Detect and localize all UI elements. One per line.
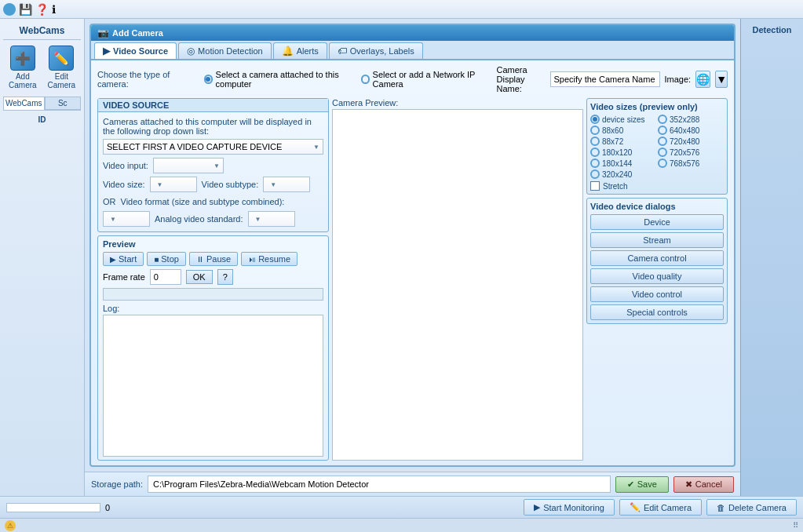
info-toolbar-icon[interactable]: ℹ bbox=[52, 3, 56, 16]
size-radio-768x576[interactable] bbox=[658, 159, 667, 168]
tab-alerts[interactable]: 🔔 Alerts bbox=[273, 42, 327, 59]
frame-rate-input[interactable] bbox=[150, 269, 181, 285]
size-label-720x576: 720x576 bbox=[670, 148, 699, 157]
cancel-button[interactable]: ✖ Cancel bbox=[673, 476, 734, 493]
tab-video-source[interactable]: ▶ Video Source bbox=[94, 42, 177, 59]
local-camera-radio[interactable] bbox=[204, 75, 213, 84]
image-browse-button[interactable]: ▼ bbox=[715, 71, 728, 88]
local-camera-option[interactable]: Select a camera attached to this compute… bbox=[204, 70, 349, 89]
help-toolbar-icon[interactable]: ❓ bbox=[35, 3, 49, 16]
size-option-640[interactable]: 640x480 bbox=[658, 126, 724, 135]
dialog-tabs: ▶ Video Source ◎ Motion Detection 🔔 Aler… bbox=[91, 41, 734, 60]
size-option-320x240[interactable]: 320x240 bbox=[590, 169, 656, 179]
stretch-checkbox[interactable] bbox=[590, 181, 600, 191]
tab-motion-detection[interactable]: ◎ Motion Detection bbox=[178, 42, 272, 59]
video-format-label: Video format (size and subtype combined)… bbox=[121, 197, 285, 206]
video-source-title: VIDEO SOURCE bbox=[98, 99, 328, 112]
size-radio-720x480[interactable] bbox=[658, 137, 667, 146]
edit-camera-footer-button[interactable]: ✏️ Edit Camera bbox=[619, 499, 702, 516]
network-camera-label: Select or add a Network IP Camera bbox=[373, 70, 484, 89]
network-camera-option[interactable]: Select or add a Network IP Camera bbox=[361, 70, 484, 89]
video-format-select[interactable]: ▼ bbox=[103, 211, 150, 227]
analog-standard-select[interactable]: ▼ bbox=[248, 211, 295, 227]
size-option-device[interactable]: device sizes bbox=[590, 115, 656, 124]
stretch-label: Stretch bbox=[603, 182, 628, 191]
frame-help-button[interactable]: ? bbox=[217, 269, 233, 285]
device-select[interactable]: SELECT FIRST A VIDEO CAPTURE DEVICE ▼ bbox=[103, 139, 323, 155]
device-description: Cameras attached to this computer will b… bbox=[103, 117, 323, 136]
size-option-720x480[interactable]: 720x480 bbox=[658, 137, 724, 146]
size-radio-device[interactable] bbox=[590, 115, 600, 124]
size-label-352: 352x288 bbox=[670, 115, 699, 124]
video-control-btn[interactable]: Video control bbox=[590, 286, 724, 302]
size-radio-180x144[interactable] bbox=[590, 159, 600, 168]
alerts-tab-icon: 🔔 bbox=[282, 46, 294, 56]
pause-button[interactable]: ⏸ Pause bbox=[189, 252, 238, 266]
start-button[interactable]: ▶ Start bbox=[103, 252, 144, 266]
frame-ok-button[interactable]: OK bbox=[186, 270, 213, 284]
display-name-input[interactable] bbox=[550, 71, 660, 87]
camera-preview-box bbox=[332, 109, 583, 461]
video-subtype-arrow: ▼ bbox=[270, 181, 276, 188]
tab-overlays[interactable]: 🏷 Overlays, Labels bbox=[329, 42, 423, 59]
size-radio-720x576[interactable] bbox=[658, 148, 667, 157]
footer: 0 ▶ Start Monitoring ✏️ Edit Camera 🗑 De… bbox=[0, 496, 803, 518]
size-option-180x144[interactable]: 180x144 bbox=[590, 159, 656, 168]
network-camera-radio[interactable] bbox=[361, 75, 370, 84]
resize-grip[interactable]: ⠿ bbox=[793, 521, 798, 530]
video-subtype-label: Video subtype: bbox=[202, 180, 259, 189]
size-label-88x72: 88x72 bbox=[602, 137, 623, 146]
camera-type-label: Choose the type of camera: bbox=[97, 70, 185, 89]
resume-button[interactable]: ⏯ Resume bbox=[241, 252, 297, 266]
special-controls-btn[interactable]: Special controls bbox=[590, 304, 724, 320]
start-monitoring-button[interactable]: ▶ Start Monitoring bbox=[524, 499, 615, 516]
video-input-row: Video input: ▼ bbox=[103, 158, 323, 173]
camera-control-btn[interactable]: Camera control bbox=[590, 250, 724, 266]
sidebar-title: WebCams bbox=[3, 22, 81, 40]
video-size-arrow: ▼ bbox=[157, 181, 163, 188]
progress-value: 0 bbox=[105, 503, 110, 512]
size-option-88x60[interactable]: 88x60 bbox=[590, 126, 656, 135]
tab-sc[interactable]: Sc bbox=[45, 97, 82, 110]
size-radio-640[interactable] bbox=[658, 126, 667, 135]
size-radio-88x60[interactable] bbox=[590, 126, 600, 135]
size-option-720x576[interactable]: 720x576 bbox=[658, 148, 724, 157]
size-option-768x576[interactable]: 768x576 bbox=[658, 159, 724, 168]
storage-label: Storage path: bbox=[91, 479, 143, 489]
video-source-group: VIDEO SOURCE Cameras attached to this co… bbox=[97, 98, 329, 232]
size-radio-352[interactable] bbox=[658, 115, 667, 124]
size-option-352[interactable]: 352x288 bbox=[658, 115, 724, 124]
device-btn[interactable]: Device bbox=[590, 214, 724, 230]
size-radio-320x240[interactable] bbox=[590, 169, 600, 179]
left-panel: VIDEO SOURCE Cameras attached to this co… bbox=[97, 98, 329, 461]
tab-webcams[interactable]: WebCams bbox=[3, 97, 45, 110]
image-select-button[interactable]: 🌐 bbox=[695, 71, 710, 88]
delete-camera-icon: 🗑 bbox=[717, 503, 725, 512]
sidebar: WebCams ➕ Add Camera ✏️ Edit Camera WebC… bbox=[0, 19, 85, 496]
display-name-label: Camera Display Name: bbox=[497, 65, 546, 93]
status-bar: ⚠ ⠿ bbox=[0, 518, 803, 532]
camera-preview-label: Camera Preview: bbox=[332, 98, 583, 107]
preview-controls: ▶ Start ■ Stop ⏸ Pause bbox=[103, 252, 323, 266]
edit-camera-icon: ✏️ bbox=[49, 46, 74, 71]
storage-path-input[interactable] bbox=[148, 476, 611, 493]
footer-left: 0 bbox=[6, 503, 110, 512]
save-toolbar-icon[interactable]: 💾 bbox=[19, 3, 32, 16]
save-button[interactable]: ✔ Save bbox=[615, 476, 669, 493]
add-camera-button[interactable]: ➕ Add Camera bbox=[3, 43, 42, 92]
size-option-180x120[interactable]: 180x120 bbox=[590, 148, 656, 157]
delete-camera-button[interactable]: 🗑 Delete Camera bbox=[706, 499, 797, 516]
size-radio-180x120[interactable] bbox=[590, 148, 600, 157]
video-quality-btn[interactable]: Video quality bbox=[590, 268, 724, 284]
edit-camera-button[interactable]: ✏️ Edit Camera bbox=[42, 43, 81, 92]
log-box bbox=[103, 315, 323, 457]
size-radio-88x72[interactable] bbox=[590, 137, 600, 146]
video-size-select[interactable]: ▼ bbox=[150, 177, 197, 192]
video-input-select[interactable]: ▼ bbox=[153, 158, 224, 173]
footer-buttons: ▶ Start Monitoring ✏️ Edit Camera 🗑 Dele… bbox=[524, 499, 797, 516]
size-option-88x72[interactable]: 88x72 bbox=[590, 137, 656, 146]
stop-button[interactable]: ■ Stop bbox=[147, 252, 186, 266]
video-subtype-select[interactable]: ▼ bbox=[263, 177, 310, 192]
dialog-title-icon: 📷 bbox=[97, 27, 109, 38]
stream-btn[interactable]: Stream bbox=[590, 232, 724, 248]
